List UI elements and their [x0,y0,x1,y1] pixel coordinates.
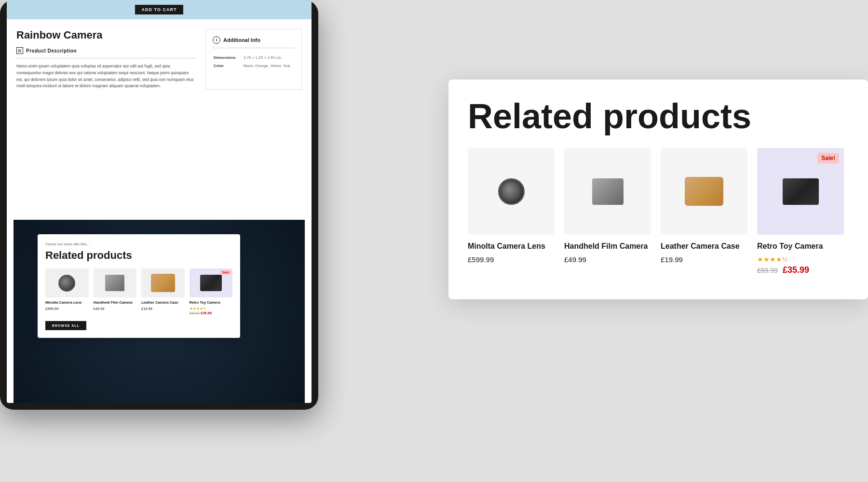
info-icon: i [213,36,220,44]
large-product-item-4: Sale! Retro Toy Camera ★★★★½ £59.99 £35.… [752,148,849,275]
description-divider [16,58,196,58]
tablet-device-back: ADD TO CART Rainbow Camera ⊡ Product Des… [0,0,318,410]
large-product-price-2: £49.99 [564,255,651,264]
product-description-label: ⊡ Product Description [16,47,196,54]
camera-texture-bg: Check out more like this... Related prod… [14,220,305,403]
dimensions-label: Dimensions [214,54,243,61]
check-out-text: Check out more like this... [45,242,232,246]
tablet-bottom-section: Check out more like this... Related prod… [14,220,305,403]
small-product-image-retro: Sale! [190,268,233,297]
large-product-image-leather [661,148,747,235]
description-icon: ⊡ [16,47,23,54]
large-retro-camera-shape [783,178,819,205]
small-product-price-3: £19.99 [141,307,185,311]
large-film-camera-shape [592,178,624,205]
additional-info-header: i Additional Info [213,36,295,44]
large-product-image-retro: Sale! [757,148,844,235]
small-product-item: Sale! Retro Toy Camera ★★★★½ £59.99 £35.… [190,268,233,315]
film-camera-shape [105,275,124,291]
info-divider [213,48,295,48]
large-product-name-3: Leather Camera Case [661,241,747,252]
small-product-price-1: £599.99 [45,307,89,311]
small-product-name-3: Leather Camera Case [141,300,185,305]
large-product-name-1: Minolta Camera Lens [468,241,555,252]
product-title: Rainbow Camera [16,29,196,41]
small-product-item: Handheld Film Camera £49.99 [94,268,137,315]
lens-shape [58,275,75,292]
small-product-item: Minolta Camera Lens £599.99 [45,268,89,315]
browse-all-button[interactable]: BROWSE ALL [45,321,86,330]
large-related-products-panel: Related products Minolta Camera Lens £59… [448,80,868,299]
large-product-stars: ★★★★½ [757,255,844,263]
dimensions-value: 3.75 × 1.25 × 2.50 cm [244,54,294,61]
large-product-image-lens [468,148,555,235]
color-label: Color [214,62,243,69]
large-product-item-1: Minolta Camera Lens £599.99 [468,148,559,275]
large-related-title: Related products [468,99,849,134]
product-left-panel: Rainbow Camera ⊡ Product Description Nem… [16,29,196,90]
large-products-grid: Minolta Camera Lens £599.99 Handheld Fil… [468,148,849,275]
color-row: Color Black, Orange, Yellow, Teal [214,62,294,69]
large-lens-shape [498,178,525,205]
sale-price-small: £35.99 [201,311,212,315]
additional-info-title: Additional Info [223,37,260,43]
tablet-header: ADD TO CART [7,0,312,19]
large-leather-camera-shape [685,177,723,206]
small-product-name-4: Retro Toy Camera [190,300,233,305]
small-related-title: Related products [45,249,232,262]
add-to-cart-button[interactable]: ADD TO CART [135,5,184,14]
large-product-item-3: Leather Camera Case £19.99 [656,148,752,275]
small-product-price-2: £49.99 [94,307,137,311]
tablet-screen-back: ADD TO CART Rainbow Camera ⊡ Product Des… [7,0,312,403]
small-product-image-lens [45,268,89,297]
sale-badge-small: Sale! [220,270,231,275]
retro-camera-shape [200,275,222,291]
large-sale-price: £35.99 [783,265,809,275]
large-product-price-4: £59.99 £35.99 [757,265,844,275]
product-content: Rainbow Camera ⊡ Product Description Nem… [7,19,312,99]
large-product-item-2: Handheld Film Camera £49.99 [559,148,656,275]
small-product-name-1: Minolta Camera Lens [45,300,89,305]
large-product-price-1: £599.99 [468,255,555,264]
dimensions-row: Dimensions 3.75 × 1.25 × 2.50 cm [214,54,294,61]
small-product-price-4: £59.99 £35.99 [190,311,233,315]
large-product-name-2: Handheld Film Camera [564,241,651,252]
info-table: Dimensions 3.75 × 1.25 × 2.50 cm Color B… [213,53,295,70]
old-price-small: £59.99 [190,311,200,315]
small-related-products-panel: Check out more like this... Related prod… [38,234,240,338]
leather-camera-shape [151,274,175,292]
large-old-price: £59.99 [757,267,778,274]
small-product-image-leather [141,268,185,297]
product-description-text: Nemo enim ipsam voluptatem quia voluptas… [16,63,196,89]
color-value: Black, Orange, Yellow, Teal [244,62,294,69]
small-product-stars: ★★★★½ [190,307,233,311]
small-product-item: Leather Camera Case £19.99 [141,268,185,315]
large-product-price-3: £19.99 [661,255,747,264]
small-product-name-2: Handheld Film Camera [94,300,137,305]
large-product-name-4: Retro Toy Camera [757,241,844,252]
small-products-grid: Minolta Camera Lens £599.99 Handheld Fil… [45,268,232,315]
large-product-image-film [564,148,651,235]
small-product-image-film [94,268,137,297]
additional-info-box: i Additional Info Dimensions 3.75 × 1.25… [205,29,302,90]
sale-badge-large: Sale! [817,153,839,163]
